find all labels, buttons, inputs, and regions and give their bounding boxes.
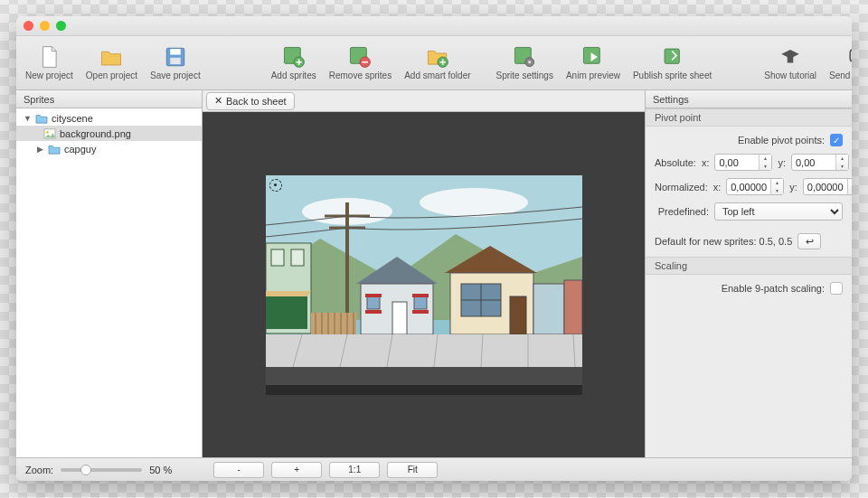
zoom-label: Zoom:	[25, 465, 53, 475]
tree-node-background[interactable]: background.png	[16, 126, 202, 141]
zoom-in-button[interactable]: +	[271, 462, 322, 478]
normalized-x-field[interactable]: ▴▾	[726, 178, 784, 195]
svg-rect-49	[564, 280, 582, 334]
enable-9patch-label: Enable 9-patch scaling:	[655, 283, 825, 294]
svg-rect-42	[412, 310, 429, 314]
new-project-button[interactable]: New project	[25, 45, 73, 80]
enable-9patch-checkbox[interactable]	[830, 282, 843, 295]
add-smart-folder-button[interactable]: Add smart folder	[404, 45, 470, 80]
app-window: New project Open project Save project Ad…	[16, 16, 852, 481]
zoom-one-button[interactable]: 1:1	[329, 462, 380, 478]
pivot-section-header: Pivot point	[646, 108, 852, 127]
reset-default-button[interactable]: ↩	[797, 233, 821, 249]
enable-pivot-label: Enable pivot points:	[655, 135, 825, 146]
zoom-fit-button[interactable]: Fit	[387, 462, 438, 478]
svg-rect-47	[510, 296, 526, 334]
maximize-icon[interactable]	[56, 21, 66, 31]
close-icon[interactable]	[24, 21, 33, 31]
disclosure-icon[interactable]: ▶	[36, 145, 44, 154]
minimize-icon[interactable]	[40, 21, 50, 31]
anim-preview-button[interactable]: Anim preview	[566, 45, 620, 80]
zoom-out-button[interactable]: -	[213, 462, 264, 478]
svg-rect-36	[392, 302, 407, 334]
titlebar	[16, 16, 852, 36]
toolbar: New project Open project Save project Ad…	[16, 36, 852, 90]
svg-point-16	[46, 131, 49, 134]
back-to-sheet-button[interactable]: ✕ Back to sheet	[206, 92, 295, 110]
absolute-label: Absolute:	[655, 157, 696, 168]
svg-rect-40	[365, 310, 382, 314]
svg-rect-25	[291, 249, 304, 266]
predefined-label: Predefined:	[655, 206, 709, 217]
image-icon	[43, 128, 56, 139]
settings-panel: Settings Pivot point Enable pivot points…	[645, 90, 852, 457]
svg-rect-1	[170, 49, 180, 55]
canvas[interactable]	[203, 112, 645, 457]
pivot-handle[interactable]	[269, 179, 282, 192]
svg-rect-26	[266, 293, 307, 329]
zoom-value: 50 %	[149, 465, 172, 475]
sprite-settings-button[interactable]: Sprite settings	[496, 45, 553, 80]
zoom-slider[interactable]	[61, 468, 142, 472]
predefined-select[interactable]: Top left	[714, 202, 843, 221]
open-project-button[interactable]: Open project	[86, 45, 137, 80]
absolute-y-field[interactable]: ▴▾	[791, 154, 849, 171]
remove-sprites-button[interactable]: Remove sprites	[329, 45, 392, 80]
default-pivot-label: Default for new sprites: 0.5, 0.5	[655, 236, 792, 247]
sprite-preview[interactable]	[266, 175, 582, 395]
svg-point-10	[528, 61, 531, 63]
disclosure-icon[interactable]: ▼	[24, 114, 32, 123]
sprites-tree[interactable]: ▼ cityscene background.png ▶ capguy	[16, 108, 202, 457]
bottom-bar: Zoom: 50 % - + 1:1 Fit	[16, 457, 852, 481]
svg-rect-14	[851, 50, 852, 61]
svg-rect-27	[311, 313, 356, 334]
svg-rect-58	[266, 367, 582, 385]
svg-point-19	[420, 188, 528, 217]
svg-rect-24	[271, 249, 284, 266]
absolute-x-field[interactable]: ▴▾	[714, 154, 772, 171]
normalized-label: Normalized:	[655, 182, 708, 193]
enable-pivot-checkbox[interactable]: ✓	[830, 134, 843, 146]
svg-rect-39	[365, 294, 382, 297]
tree-node-capguy[interactable]: ▶ capguy	[16, 141, 202, 156]
close-x-icon: ✕	[214, 95, 222, 107]
svg-rect-50	[266, 334, 582, 367]
settings-header: Settings	[646, 90, 852, 108]
folder-icon	[48, 144, 61, 155]
publish-sprite-sheet-button[interactable]: Publish sprite sheet	[633, 45, 712, 80]
sprites-sidebar: Sprites ▼ cityscene background.png ▶ cap…	[16, 90, 203, 457]
folder-icon	[35, 113, 48, 124]
add-sprites-button[interactable]: Add sprites	[271, 45, 316, 80]
tree-node-cityscene[interactable]: ▼ cityscene	[16, 110, 202, 126]
send-feedback-button[interactable]: Send feedback	[829, 45, 852, 80]
svg-rect-48	[533, 284, 564, 334]
main-panel: ✕ Back to sheet	[203, 90, 645, 457]
show-tutorial-button[interactable]: Show tutorial	[764, 45, 816, 80]
normalized-y-field[interactable]: ▴▾	[803, 178, 852, 195]
sprites-header: Sprites	[16, 90, 202, 108]
svg-rect-59	[266, 385, 582, 395]
save-project-button[interactable]: Save project	[150, 45, 201, 80]
svg-rect-41	[412, 294, 429, 297]
svg-rect-2	[170, 58, 180, 64]
svg-rect-13	[788, 57, 794, 63]
scaling-section-header: Scaling	[646, 257, 852, 275]
